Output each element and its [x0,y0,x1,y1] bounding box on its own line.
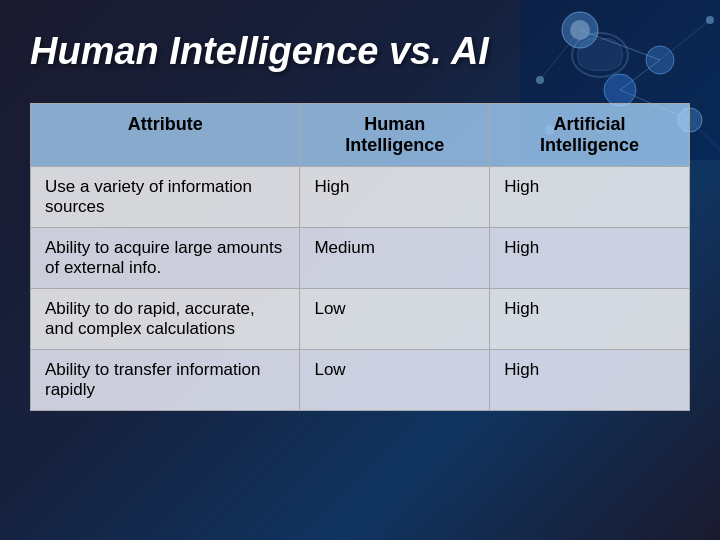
table-row: Ability to do rapid, accurate, and compl… [31,289,690,350]
cell-human: Low [300,350,490,411]
cell-ai: High [490,228,690,289]
comparison-table: Attribute Human Intelligence Artificial … [30,103,690,411]
cell-human: Low [300,289,490,350]
cell-ai: High [490,350,690,411]
page-title: Human Intelligence vs. AI [30,30,690,73]
header-human: Human Intelligence [300,104,490,167]
cell-attribute: Use a variety of information sources [31,167,300,228]
cell-attribute: Ability to acquire large amounts of exte… [31,228,300,289]
table-header-row: Attribute Human Intelligence Artificial … [31,104,690,167]
cell-ai: High [490,167,690,228]
header-attribute: Attribute [31,104,300,167]
cell-human: High [300,167,490,228]
table-row: Ability to acquire large amounts of exte… [31,228,690,289]
table-row: Ability to transfer information rapidlyL… [31,350,690,411]
cell-human: Medium [300,228,490,289]
cell-attribute: Ability to do rapid, accurate, and compl… [31,289,300,350]
header-ai: Artificial Intelligence [490,104,690,167]
main-content: Human Intelligence vs. AI Attribute Huma… [0,0,720,540]
cell-ai: High [490,289,690,350]
cell-attribute: Ability to transfer information rapidly [31,350,300,411]
table-row: Use a variety of information sourcesHigh… [31,167,690,228]
